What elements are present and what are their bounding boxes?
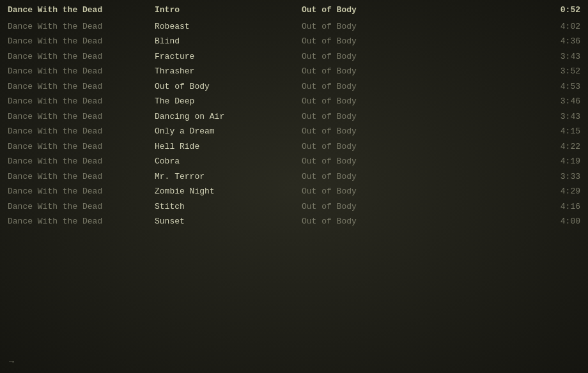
track-album: Out of Body xyxy=(302,80,449,93)
track-title: Robeast xyxy=(155,20,302,33)
track-album: Out of Body xyxy=(302,50,449,63)
track-duration: 4:00 xyxy=(449,215,580,228)
track-artist: Dance With the Dead xyxy=(8,110,155,123)
table-row[interactable]: Dance With the DeadMr. TerrorOut of Body… xyxy=(0,169,588,185)
table-row[interactable]: Dance With the DeadThe DeepOut of Body3:… xyxy=(0,94,588,109)
track-duration: 3:33 xyxy=(449,171,580,183)
track-duration: 4:36 xyxy=(449,35,580,48)
track-title: Only a Dream xyxy=(155,125,302,138)
table-row[interactable]: Dance With the DeadZombie NightOut of Bo… xyxy=(0,184,588,199)
track-title: Sunset xyxy=(155,215,302,228)
track-duration: 3:46 xyxy=(449,95,580,108)
track-duration: 4:02 xyxy=(449,20,580,33)
track-title: Blind xyxy=(155,35,302,48)
track-album: Out of Body xyxy=(302,141,449,153)
track-artist: Dance With the Dead xyxy=(8,80,155,93)
header-artist: Dance With the Dead xyxy=(8,4,155,17)
track-duration: 4:16 xyxy=(449,201,580,213)
table-row[interactable]: Dance With the DeadOut of BodyOut of Bod… xyxy=(0,79,588,95)
track-album: Out of Body xyxy=(302,201,449,213)
track-duration: 3:52 xyxy=(449,65,580,78)
track-album: Out of Body xyxy=(302,20,449,33)
track-duration: 3:43 xyxy=(449,50,580,63)
header-title: Intro xyxy=(155,4,302,17)
track-duration: 4:53 xyxy=(449,80,580,93)
track-title: Zombie Night xyxy=(155,185,302,198)
track-artist: Dance With the Dead xyxy=(8,171,155,183)
track-album: Out of Body xyxy=(302,35,449,48)
track-list: Dance With the Dead Intro Out of Body 0:… xyxy=(0,0,588,232)
track-duration: 4:19 xyxy=(449,155,580,168)
track-title: Dancing on Air xyxy=(155,110,302,123)
track-artist: Dance With the Dead xyxy=(8,125,155,138)
table-row[interactable]: Dance With the DeadHell RideOut of Body4… xyxy=(0,139,588,155)
track-duration: 4:22 xyxy=(449,141,580,153)
track-album: Out of Body xyxy=(302,125,449,138)
track-artist: Dance With the Dead xyxy=(8,50,155,63)
track-album: Out of Body xyxy=(302,171,449,183)
track-title: Hell Ride xyxy=(155,141,302,153)
header-album: Out of Body xyxy=(302,4,449,17)
track-album: Out of Body xyxy=(302,215,449,228)
track-artist: Dance With the Dead xyxy=(8,185,155,198)
track-artist: Dance With the Dead xyxy=(8,201,155,213)
track-album: Out of Body xyxy=(302,65,449,78)
track-title: The Deep xyxy=(155,95,302,108)
track-title: Cobra xyxy=(155,155,302,168)
track-album: Out of Body xyxy=(302,185,449,198)
track-title: Stitch xyxy=(155,201,302,213)
table-row[interactable]: Dance With the DeadSunsetOut of Body4:00 xyxy=(0,214,588,229)
table-header: Dance With the Dead Intro Out of Body 0:… xyxy=(0,3,588,18)
track-artist: Dance With the Dead xyxy=(8,155,155,168)
bottom-arrow: → xyxy=(9,357,14,367)
track-artist: Dance With the Dead xyxy=(8,20,155,33)
table-row[interactable]: Dance With the DeadThrasherOut of Body3:… xyxy=(0,64,588,79)
table-row[interactable]: Dance With the DeadCobraOut of Body4:19 xyxy=(0,154,588,169)
header-duration: 0:52 xyxy=(449,4,580,17)
table-row[interactable]: Dance With the DeadStitchOut of Body4:16 xyxy=(0,199,588,215)
track-title: Out of Body xyxy=(155,80,302,93)
track-duration: 4:29 xyxy=(449,185,580,198)
track-album: Out of Body xyxy=(302,110,449,123)
track-artist: Dance With the Dead xyxy=(8,141,155,153)
track-title: Thrasher xyxy=(155,65,302,78)
table-row[interactable]: Dance With the DeadFractureOut of Body3:… xyxy=(0,49,588,65)
table-row[interactable]: Dance With the DeadOnly a DreamOut of Bo… xyxy=(0,124,588,139)
track-title: Fracture xyxy=(155,50,302,63)
table-row[interactable]: Dance With the DeadDancing on AirOut of … xyxy=(0,109,588,125)
track-artist: Dance With the Dead xyxy=(8,95,155,108)
track-artist: Dance With the Dead xyxy=(8,35,155,48)
table-row[interactable]: Dance With the DeadBlindOut of Body4:36 xyxy=(0,34,588,49)
table-row[interactable]: Dance With the DeadRobeastOut of Body4:0… xyxy=(0,19,588,34)
track-album: Out of Body xyxy=(302,95,449,108)
track-title: Mr. Terror xyxy=(155,171,302,183)
track-album: Out of Body xyxy=(302,155,449,168)
track-duration: 3:43 xyxy=(449,110,580,123)
track-duration: 4:15 xyxy=(449,125,580,138)
track-artist: Dance With the Dead xyxy=(8,215,155,228)
track-artist: Dance With the Dead xyxy=(8,65,155,78)
